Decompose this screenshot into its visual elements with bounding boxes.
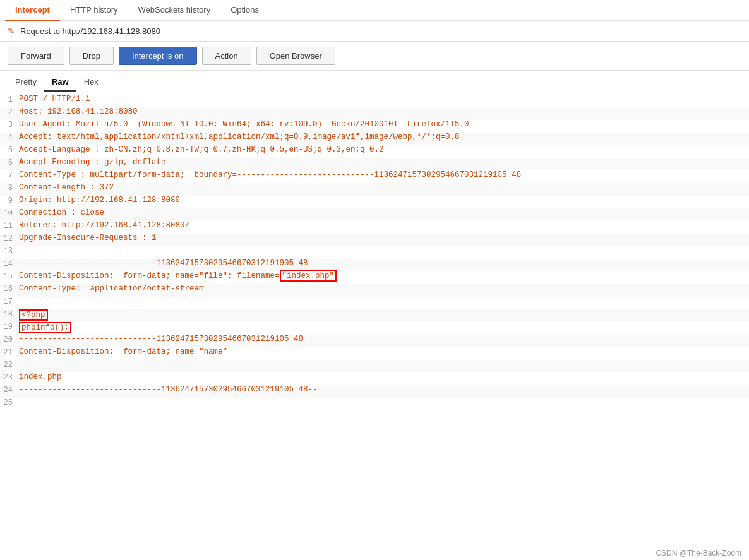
line-number: 1 [0,95,19,104]
line-number: 10 [0,208,19,218]
request-url: Request to http://192.168.41.128:8080 [20,27,160,36]
footer: CSDN @The-Back-Zoom [648,546,749,560]
line-number: 5 [0,145,19,155]
table-row: 12Upgrade-Insecure-Requests : 1 [0,234,749,246]
table-row: 4Accept: text/html,application/xhtml+xml… [0,133,749,145]
line-text: Connection : close [19,208,749,217]
tab-bar: Intercept HTTP history WebSockets histor… [0,0,749,21]
table-row: 5Accept-Language : zh-CN,zh;q=0.8,zh-TW;… [0,145,749,158]
line-number: 21 [0,347,19,357]
table-row: 22 [0,360,749,372]
table-row: 6Accept-Encoding : gzip, deflate [0,158,749,170]
phpinfo-highlight: phpinfo(); [19,322,71,333]
line-text: Content-Disposition: form-data; name="fi… [19,271,749,280]
line-text: Upgrade-Insecure-Requests : 1 [19,234,749,242]
action-button[interactable]: Action [202,47,251,65]
line-text: Content-Disposition: form-data; name="na… [19,347,749,356]
view-tabs: Pretty Raw Hex [0,71,749,92]
line-number: 18 [0,309,19,319]
line-text: User-Agent: Mozilla/5.0 (Windows NT 10.0… [19,120,749,129]
line-number: 22 [0,360,19,369]
edit-icon: ✎ [8,26,15,36]
table-row: 2Host: 192.168.41.128:8080 [0,107,749,120]
table-row: 17 [0,297,749,309]
table-row: 25 [0,398,749,410]
table-row: 20-----------------------------113624715… [0,335,749,347]
intercept-toggle-button[interactable]: Intercept is on [119,47,197,65]
line-text: POST / HTTP/1.1 [19,95,749,104]
line-number: 6 [0,158,19,167]
line-number: 14 [0,259,19,268]
table-row: 19phpinfo(); [0,322,749,335]
tab-http-history[interactable]: HTTP history [60,0,128,21]
line-number: 20 [0,335,19,344]
line-text: Referer: http://192.168.41.128:8080/ [19,221,749,230]
line-number: 24 [0,385,19,395]
line-number: 8 [0,183,19,193]
line-text: Origin: http://192.168.41.128:8080 [19,196,749,205]
line-number: 16 [0,284,19,294]
line-text: ------------------------------1136247157… [19,385,749,394]
content-area: 1POST / HTTP/1.12Host: 192.168.41.128:80… [0,92,749,413]
table-row: 9Origin: http://192.168.41.128:8080 [0,196,749,208]
table-row: 10Connection : close [0,208,749,221]
line-text: -----------------------------11362471573… [19,335,749,343]
drop-button[interactable]: Drop [69,47,114,65]
line-text: Content-Length : 372 [19,183,749,192]
line-text: phpinfo(); [19,322,749,333]
line-text: -----------------------------11362471573… [19,259,749,268]
line-text: index.php [19,372,749,381]
php-open-tag-highlight: <?php [19,309,48,321]
request-bar: ✎ Request to http://192.168.41.128:8080 [0,21,749,42]
forward-button[interactable]: Forward [8,47,64,65]
filename-highlight: "index.php" [280,270,337,282]
table-row: 11Referer: http://192.168.41.128:8080/ [0,221,749,234]
line-number: 12 [0,234,19,243]
tab-websockets-history[interactable]: WebSockets history [128,0,221,21]
line-text: Accept-Encoding : gzip, deflate [19,158,749,167]
table-row: 14-----------------------------113624715… [0,259,749,271]
line-number: 7 [0,170,19,180]
table-row: 15Content-Disposition: form-data; name="… [0,271,749,284]
table-row: 16Content-Type: application/octet-stream [0,284,749,297]
table-row: 24------------------------------11362471… [0,385,749,398]
line-number: 9 [0,196,19,205]
table-row: 8Content-Length : 372 [0,183,749,196]
tab-options[interactable]: Options [220,0,269,21]
line-number: 17 [0,297,19,306]
line-text: Accept: text/html,application/xhtml+xml,… [19,133,749,141]
line-number: 13 [0,246,19,256]
line-text: Content-Type : multipart/form-data; boun… [19,170,749,179]
line-text: Content-Type: application/octet-stream [19,284,749,293]
line-number: 11 [0,221,19,230]
line-number: 15 [0,271,19,281]
line-text: <?php [19,309,749,321]
table-row: 7Content-Type : multipart/form-data; bou… [0,170,749,183]
line-number: 25 [0,398,19,407]
table-row: 18<?php [0,309,749,322]
tab-hex[interactable]: Hex [76,73,106,92]
open-browser-button[interactable]: Open Browser [256,47,335,65]
line-text: Host: 192.168.41.128:8080 [19,107,749,116]
line-number: 3 [0,120,19,129]
line-number: 2 [0,107,19,117]
table-row: 23index.php [0,372,749,385]
line-number: 23 [0,372,19,382]
line-number: 4 [0,133,19,142]
table-row: 1POST / HTTP/1.1 [0,95,749,107]
table-row: 3User-Agent: Mozilla/5.0 (Windows NT 10.… [0,120,749,133]
line-text: Accept-Language : zh-CN,zh;q=0.8,zh-TW;q… [19,145,749,154]
table-row: 21Content-Disposition: form-data; name="… [0,347,749,360]
button-bar: Forward Drop Intercept is on Action Open… [0,42,749,71]
tab-intercept[interactable]: Intercept [5,0,60,21]
line-number: 19 [0,322,19,331]
tab-raw[interactable]: Raw [44,73,76,92]
table-row: 13 [0,246,749,259]
tab-pretty[interactable]: Pretty [8,73,44,92]
